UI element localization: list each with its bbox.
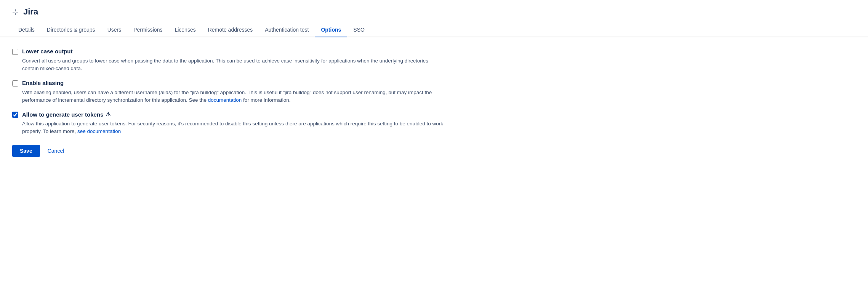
tab-authentication-test[interactable]: Authentication test: [259, 23, 315, 37]
tab-directories-groups[interactable]: Directories & groups: [41, 23, 101, 37]
form-buttons: Save Cancel: [12, 145, 445, 157]
tab-users[interactable]: Users: [101, 23, 128, 37]
tokens-checkbox[interactable]: [12, 112, 18, 118]
aliasing-option-row: Enable aliasing: [12, 80, 445, 86]
cancel-button[interactable]: Cancel: [46, 145, 66, 157]
app-header: ⊹ Jira: [0, 0, 868, 17]
main-content: Lower case output Convert all users and …: [0, 37, 457, 168]
jira-logo-icon: ⊹: [12, 7, 19, 16]
aliasing-checkbox[interactable]: [12, 80, 18, 86]
tokens-warning-icon: ⚠: [106, 111, 111, 118]
tokens-option-row: Allow to generate user tokens ⚠: [12, 111, 445, 118]
lower-case-checkbox[interactable]: [12, 49, 18, 55]
tokens-label[interactable]: Allow to generate user tokens ⚠: [22, 111, 111, 118]
tab-options[interactable]: Options: [315, 23, 347, 37]
lower-case-option-row: Lower case output: [12, 48, 445, 55]
lower-case-description: Convert all users and groups to lower ca…: [22, 57, 445, 73]
tab-sso[interactable]: SSO: [347, 23, 371, 37]
tab-permissions[interactable]: Permissions: [127, 23, 168, 37]
tokens-documentation-link[interactable]: see documentation: [77, 128, 121, 134]
tab-licenses[interactable]: Licenses: [168, 23, 202, 37]
tab-details[interactable]: Details: [12, 23, 41, 37]
save-button[interactable]: Save: [12, 145, 40, 157]
navigation-tabs: Details Directories & groups Users Permi…: [0, 23, 868, 37]
lower-case-label[interactable]: Lower case output: [22, 48, 73, 54]
tab-remote-addresses[interactable]: Remote addresses: [202, 23, 259, 37]
tokens-description: Allow this application to generate user …: [22, 120, 445, 136]
aliasing-description: With aliasing enabled, users can have a …: [22, 89, 445, 104]
app-title: Jira: [23, 7, 38, 17]
aliasing-label[interactable]: Enable aliasing: [22, 80, 64, 86]
aliasing-documentation-link[interactable]: documentation: [208, 97, 242, 103]
